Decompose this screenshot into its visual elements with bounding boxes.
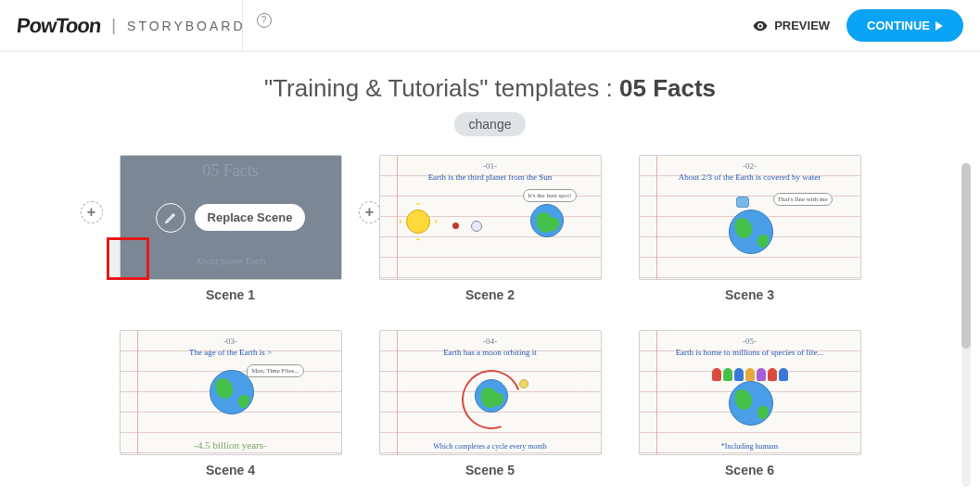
scene-cell: -03- The age of the Earth is > Man, Time… <box>120 330 342 477</box>
edit-scene-button[interactable] <box>156 203 185 233</box>
change-button[interactable]: change <box>454 112 527 136</box>
scene-thumb[interactable]: -03- The age of the Earth is > Man, Time… <box>120 330 342 455</box>
scene-thumb[interactable]: -04- Earth has a moon orbiting it Which … <box>379 330 602 455</box>
thought-bubble: Man, Time Flies... <box>247 364 303 377</box>
scene-tag: -01- <box>380 161 601 171</box>
scrollbar-thumb[interactable] <box>961 163 971 349</box>
scene-bottom-text: *Including humans <box>640 442 860 451</box>
scene-headline: Earth is home to millions of species of … <box>640 348 860 357</box>
scene-cell: -01- Earth is the third planet from the … <box>379 155 602 302</box>
scene-headline: The age of the Earth is > <box>121 348 341 357</box>
add-scene-after-button[interactable]: + <box>359 201 381 223</box>
sun-doodle <box>406 210 430 234</box>
moon-doodle <box>519 379 528 388</box>
title-name: 05 Facts <box>619 74 716 102</box>
scene-label: Scene 2 <box>465 287 515 302</box>
earth-doodle <box>475 379 508 413</box>
scene-thumb[interactable]: -05- Earth is home to millions of specie… <box>639 330 861 455</box>
scene-headline: Earth is the third planet from the Sun <box>380 172 601 182</box>
planet-doodle <box>452 223 459 229</box>
header-divider <box>242 0 243 52</box>
scene-cell: + + 05 Facts Replace Scene About planet … <box>120 155 342 302</box>
logo-divider: | <box>111 16 116 35</box>
earth-doodle <box>729 381 773 426</box>
add-scene-before-button[interactable]: + <box>81 201 103 223</box>
scene-label: Scene 6 <box>725 463 774 477</box>
scene-thumb[interactable]: -01- Earth is the third planet from the … <box>379 155 602 280</box>
scene-label: Scene 1 <box>206 287 255 302</box>
earth-doodle <box>729 210 773 254</box>
scene-scroll-area: + + 05 Facts Replace Scene About planet … <box>0 146 980 496</box>
speech-bubble: That's fine with me <box>773 193 833 206</box>
bucket-doodle <box>736 197 749 208</box>
scene-bottom-text: Which completes a cycle every month <box>380 442 601 451</box>
scene-bottom-text: -4.5 billion years- <box>121 439 341 451</box>
app-header: PowToon | STORYBOARD ? PREVIEW CONTINUE <box>0 0 980 52</box>
scene-subtext: About planet Earth <box>195 256 265 266</box>
scene-tag: -03- <box>121 337 341 346</box>
continue-label: CONTINUE <box>867 19 930 32</box>
speech-bubble: It's the best spot! <box>523 189 576 202</box>
scene-headline: Earth has a moon orbiting it <box>380 348 601 357</box>
pencil-icon <box>164 211 177 224</box>
logo: PowToon <box>16 14 102 38</box>
replace-scene-button[interactable]: Replace Scene <box>195 204 306 231</box>
scene-tag: -05- <box>640 337 860 346</box>
scene-cell: -04- Earth has a moon orbiting it Which … <box>379 330 602 477</box>
section-label: STORYBOARD <box>127 19 246 33</box>
eye-icon <box>752 18 769 34</box>
help-icon[interactable]: ? <box>257 13 272 28</box>
scene-tag: -04- <box>380 337 601 346</box>
earth-doodle <box>530 204 564 237</box>
scene-grid: + + 05 Facts Replace Scene About planet … <box>0 151 980 496</box>
preview-button[interactable]: PREVIEW <box>752 18 830 34</box>
scene-selected-overlay: 05 Facts Replace Scene About planet Eart… <box>120 155 342 280</box>
chevron-right-icon <box>935 21 943 31</box>
scene-label: Scene 5 <box>465 463 515 477</box>
scene-thumb[interactable]: 05 Facts Replace Scene About planet Eart… <box>120 155 342 280</box>
scene-headline: 05 Facts <box>202 161 259 181</box>
preview-label: PREVIEW <box>774 19 830 32</box>
scene-label: Scene 4 <box>206 463 255 477</box>
scene-cell: -05- Earth is home to millions of specie… <box>639 330 861 477</box>
scene-cell: -02- About 2/3 of the Earth is covered b… <box>639 155 861 302</box>
scene-tag: -02- <box>640 161 860 171</box>
continue-button[interactable]: CONTINUE <box>846 9 963 42</box>
title-area: "Training & Tutorials" templates : 05 Fa… <box>0 52 980 146</box>
title-prefix: "Training & Tutorials" templates : <box>264 74 619 102</box>
people-doodle <box>712 368 788 381</box>
planet-doodle <box>471 221 482 232</box>
scene-label: Scene 3 <box>725 287 774 302</box>
scene-headline: About 2/3 of the Earth is covered by wat… <box>640 172 860 182</box>
scene-thumb[interactable]: -02- About 2/3 of the Earth is covered b… <box>639 155 861 280</box>
page-title: "Training & Tutorials" templates : 05 Fa… <box>0 74 980 103</box>
scrollbar[interactable] <box>961 163 971 487</box>
